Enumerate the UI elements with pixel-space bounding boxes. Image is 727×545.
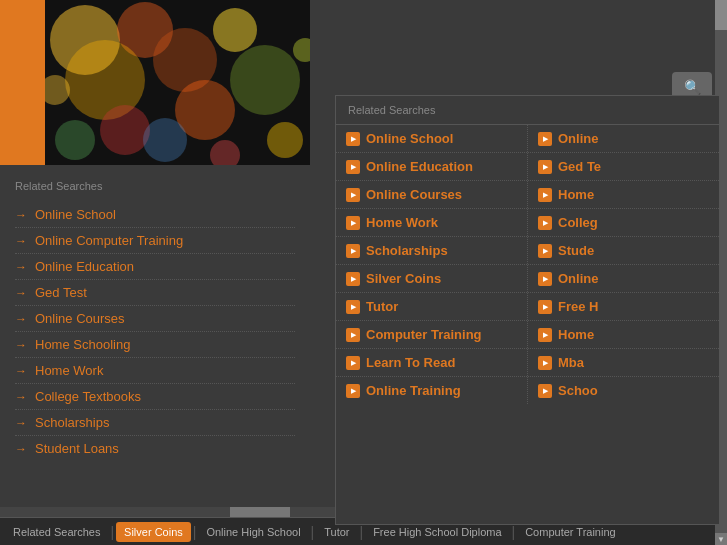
orange-box-icon [346, 300, 360, 314]
orange-box-icon [346, 188, 360, 202]
bottom-tab-online-high-school[interactable]: Online High School [198, 522, 308, 542]
right-panel-cell: Tutor [336, 293, 528, 320]
list-item: → Online Education [15, 254, 295, 280]
arrow-icon: → [15, 260, 27, 274]
right-panel-cell: Learn To Read [336, 349, 528, 376]
right-search-link[interactable]: Online [558, 131, 598, 146]
right-panel-row: Silver Coins Online [336, 265, 719, 293]
right-panel-cell: Online [528, 265, 719, 292]
orange-box-icon [346, 132, 360, 146]
right-panel-cell: Scholarships [336, 237, 528, 264]
search-link[interactable]: Online School [35, 207, 116, 222]
list-item: → Online Computer Training [15, 228, 295, 254]
search-link[interactable]: College Textbooks [35, 389, 141, 404]
right-panel-row: Computer Training Home [336, 321, 719, 349]
search-link[interactable]: Online Computer Training [35, 233, 183, 248]
orange-box-icon [538, 328, 552, 342]
bottom-tab-silver-coins[interactable]: Silver Coins [116, 522, 191, 542]
right-search-link[interactable]: Home [558, 187, 594, 202]
arrow-icon: → [15, 390, 27, 404]
search-link[interactable]: Student Loans [35, 441, 119, 456]
search-link[interactable]: Home Schooling [35, 337, 130, 352]
right-search-link[interactable]: Online Education [366, 159, 473, 174]
right-search-link[interactable]: Online School [366, 131, 453, 146]
left-content: Related Searches → Online School → Onlin… [0, 165, 310, 471]
arrow-icon: → [15, 286, 27, 300]
right-search-link[interactable]: Schoo [558, 383, 598, 398]
svg-point-9 [55, 120, 95, 160]
right-panel-cell: Online [528, 125, 719, 152]
orange-box-icon [538, 132, 552, 146]
right-panel-cell: Schoo [528, 377, 719, 404]
list-item: → Home Work [15, 358, 295, 384]
list-item: → Ged Test [15, 280, 295, 306]
arrow-icon: → [15, 364, 27, 378]
magnifier-icon: 🔍 [684, 79, 701, 95]
right-search-link[interactable]: Ged Te [558, 159, 601, 174]
svg-point-10 [267, 122, 303, 158]
right-panel-cell: Online Courses [336, 181, 528, 208]
scrollbar-down-arrow[interactable]: ▼ [715, 533, 727, 545]
right-panel-row: Online Courses Home [336, 181, 719, 209]
bottom-tab-related-searches[interactable]: Related Searches [5, 522, 108, 542]
left-search-list: → Online School → Online Computer Traini… [15, 202, 295, 461]
right-search-link[interactable]: Stude [558, 243, 594, 258]
right-search-link[interactable]: Home [558, 327, 594, 342]
right-panel-cell: Online Education [336, 153, 528, 180]
tab-separator: | [108, 524, 116, 540]
tab-separator: | [191, 524, 199, 540]
orange-box-icon [346, 244, 360, 258]
scrollbar-thumb[interactable] [715, 0, 727, 30]
right-panel-row: Home Work Colleg [336, 209, 719, 237]
list-item: → Home Schooling [15, 332, 295, 358]
right-panel-cell: Stude [528, 237, 719, 264]
right-search-link[interactable]: Tutor [366, 299, 398, 314]
right-panel-row: Tutor Free H [336, 293, 719, 321]
svg-point-11 [143, 118, 187, 162]
right-search-link[interactable]: Learn To Read [366, 355, 455, 370]
tab-separator: | [309, 524, 317, 540]
list-item: → Student Loans [15, 436, 295, 461]
right-panel-row: Online Education Ged Te [336, 153, 719, 181]
right-search-link[interactable]: Online Training [366, 383, 461, 398]
right-panel-cell: Home [528, 181, 719, 208]
h-scrollbar-thumb[interactable] [230, 507, 290, 517]
right-panel-row: Learn To Read Mba [336, 349, 719, 377]
orange-box-icon [346, 272, 360, 286]
right-search-link[interactable]: Online [558, 271, 598, 286]
right-panel-row: Scholarships Stude [336, 237, 719, 265]
list-item: → College Textbooks [15, 384, 295, 410]
search-link[interactable]: Ged Test [35, 285, 87, 300]
right-panel-cell: Home Work [336, 209, 528, 236]
list-item: → Online School [15, 202, 295, 228]
orange-box-icon [538, 300, 552, 314]
search-link[interactable]: Scholarships [35, 415, 109, 430]
right-search-link[interactable]: Mba [558, 355, 584, 370]
orange-box-icon [538, 384, 552, 398]
orange-box-icon [346, 356, 360, 370]
right-search-link[interactable]: Online Courses [366, 187, 462, 202]
right-panel-content: Online School Online Online Education Ge… [336, 125, 719, 404]
right-panel-cell: Colleg [528, 209, 719, 236]
right-related-searches-title: Related Searches [336, 96, 719, 125]
right-search-link[interactable]: Home Work [366, 215, 438, 230]
right-panel-cell: Mba [528, 349, 719, 376]
search-link[interactable]: Online Education [35, 259, 134, 274]
right-panel-cell: Online Training [336, 377, 528, 404]
right-panel-cell: Free H [528, 293, 719, 320]
svg-point-8 [100, 105, 150, 155]
right-panel-cell: Computer Training [336, 321, 528, 348]
search-link[interactable]: Home Work [35, 363, 103, 378]
right-search-link[interactable]: Colleg [558, 215, 598, 230]
search-link[interactable]: Online Courses [35, 311, 125, 326]
orange-box-icon [538, 272, 552, 286]
right-search-link[interactable]: Computer Training [366, 327, 482, 342]
right-search-link[interactable]: Scholarships [366, 243, 448, 258]
right-search-link[interactable]: Free H [558, 299, 598, 314]
bokeh-area [45, 0, 310, 165]
svg-point-5 [213, 8, 257, 52]
right-panel-cell: Home [528, 321, 719, 348]
right-panel-cell: Silver Coins [336, 265, 528, 292]
right-search-link[interactable]: Silver Coins [366, 271, 441, 286]
right-panel-cell: Ged Te [528, 153, 719, 180]
